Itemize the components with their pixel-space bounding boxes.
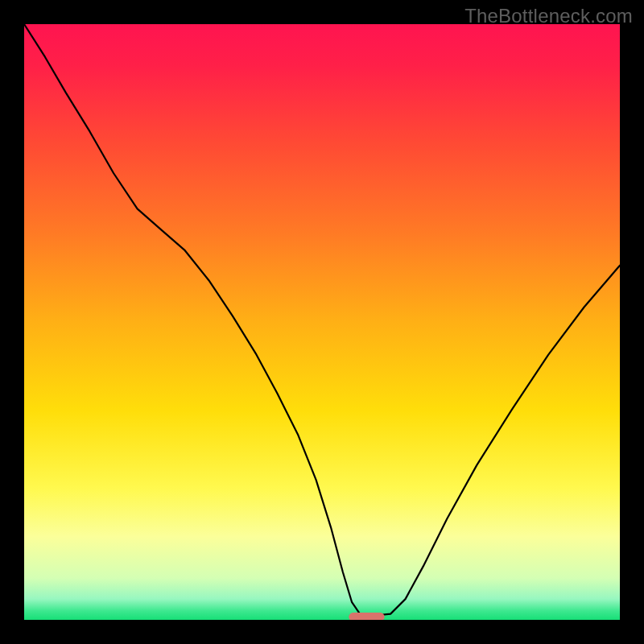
watermark-text: TheBottleneck.com: [464, 5, 633, 27]
chart-gradient-bg: [24, 24, 620, 620]
chart-frame: TheBottleneck.com: [0, 0, 644, 644]
optimum-marker: [349, 613, 384, 620]
bottleneck-chart: [24, 24, 620, 620]
